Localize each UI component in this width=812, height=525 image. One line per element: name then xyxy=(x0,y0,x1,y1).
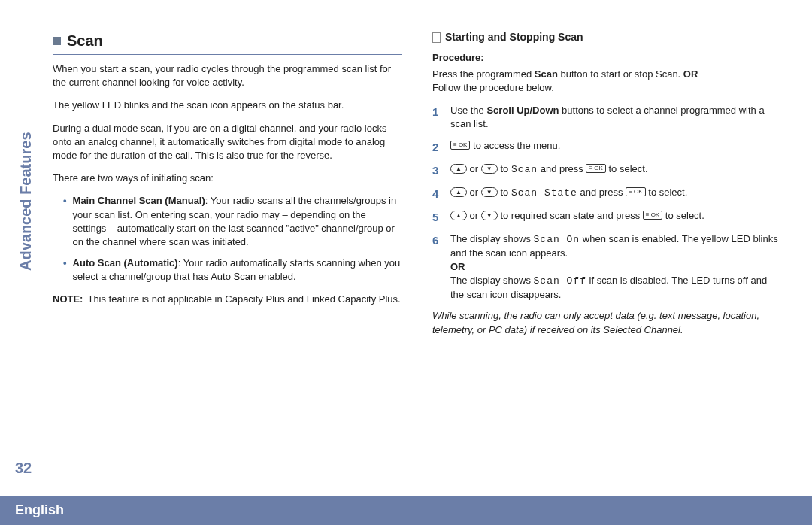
text: to select. xyxy=(606,163,648,174)
paragraph: During a dual mode scan, if you are on a… xyxy=(53,122,402,163)
text: to required scan state and press xyxy=(498,210,643,221)
note-row: NOTE: This feature is not applicable in … xyxy=(53,293,402,306)
document-icon xyxy=(432,32,441,43)
square-bullet-icon xyxy=(53,37,61,45)
mono-text: Scan xyxy=(511,164,538,175)
text-bold: OR xyxy=(683,68,698,80)
down-key-icon: ▼ xyxy=(481,187,498,197)
list-item: • Auto Scan (Automatic): Your radio auto… xyxy=(63,256,402,284)
text: Press the programmed xyxy=(432,68,535,80)
ok-key-icon: ≡ OK xyxy=(643,211,662,220)
step-number: 5 xyxy=(432,209,443,225)
list-item-bold: Main Channel Scan (Manual) xyxy=(73,195,205,206)
step-item: 3 ▲ or ▼ to Scan and press ≡ OK to selec… xyxy=(432,162,782,178)
text: to access the menu. xyxy=(470,140,560,151)
step-text: Use the Scroll Up/Down buttons to select… xyxy=(450,104,782,131)
text-bold: Scan xyxy=(535,68,558,80)
mono-text: Scan State xyxy=(511,187,577,199)
step-text: ≡ OK to access the menu. xyxy=(450,139,560,155)
paragraph: The yellow LED blinks and the scan icon … xyxy=(53,99,402,112)
step-text: ▲ or ▼ to Scan State and press ≡ OK to s… xyxy=(450,186,687,202)
footnote-italic: While scanning, the radio can only accep… xyxy=(432,309,782,336)
step-item: 2 ≡ OK to access the menu. xyxy=(432,139,782,155)
subhead-row: Starting and Stopping Scan xyxy=(432,30,782,45)
up-key-icon: ▲ xyxy=(450,187,467,197)
subheading: Starting and Stopping Scan xyxy=(445,30,583,45)
note-label: NOTE: xyxy=(53,293,83,306)
step-item: 1 Use the Scroll Up/Down buttons to sele… xyxy=(432,104,782,131)
up-key-icon: ▲ xyxy=(450,164,467,174)
procedure-intro: Press the programmed Scan button to star… xyxy=(432,68,782,95)
list-item-bold: Auto Scan (Automatic) xyxy=(73,257,178,269)
step-number: 2 xyxy=(432,139,443,155)
bullet-icon: • xyxy=(63,256,67,284)
down-key-icon: ▼ xyxy=(481,164,498,174)
up-key-icon: ▲ xyxy=(450,211,467,220)
right-column: Starting and Stopping Scan Procedure: Pr… xyxy=(432,30,782,346)
step-text: ▲ or ▼ to Scan and press ≡ OK to select. xyxy=(450,162,648,178)
procedure-label: Procedure: xyxy=(432,51,782,65)
ok-key-icon: ≡ OK xyxy=(626,187,645,196)
bullet-icon: • xyxy=(63,194,67,249)
paragraph: When you start a scan, your radio cycles… xyxy=(53,62,402,90)
section-label-vertical: Advanced Features xyxy=(15,132,36,271)
text: to select. xyxy=(646,187,688,198)
text: and press xyxy=(538,163,586,174)
text: button to start or stop Scan. xyxy=(558,68,683,80)
mono-text: Scan Off xyxy=(534,275,586,287)
list-item-text: Main Channel Scan (Manual): Your radio s… xyxy=(73,194,402,249)
text: or xyxy=(467,187,481,198)
text: to xyxy=(498,163,511,174)
step-number: 3 xyxy=(432,162,443,178)
step-number: 1 xyxy=(432,104,443,131)
text-bold: OR xyxy=(450,261,465,272)
mono-text: Scan On xyxy=(534,234,580,245)
text-bold: Scroll Up/Down xyxy=(486,105,559,116)
down-key-icon: ▼ xyxy=(481,211,498,220)
paragraph: There are two ways of initiating scan: xyxy=(53,171,402,185)
step-number: 4 xyxy=(432,186,443,202)
list-item-text: Auto Scan (Automatic): Your radio automa… xyxy=(73,256,402,284)
note-text: This feature is not applicable in Capaci… xyxy=(87,293,400,306)
text: to select. xyxy=(662,210,704,221)
left-column: Scan When you start a scan, your radio c… xyxy=(53,30,402,346)
page-number: 32 xyxy=(15,457,32,478)
text: or xyxy=(467,210,481,221)
bullet-list: • Main Channel Scan (Manual): Your radio… xyxy=(63,194,402,284)
section-title-row: Scan xyxy=(53,30,402,55)
ok-key-icon: ≡ OK xyxy=(450,141,470,150)
step-number: 6 xyxy=(432,232,443,302)
step-item: 6 The display shows Scan On when scan is… xyxy=(432,232,782,302)
text: to xyxy=(498,187,511,198)
text: and press xyxy=(577,187,626,198)
step-list: 1 Use the Scroll Up/Down buttons to sele… xyxy=(432,104,782,302)
language-label: English xyxy=(15,501,64,520)
list-item: • Main Channel Scan (Manual): Your radio… xyxy=(63,194,402,249)
text: Follow the procedure below. xyxy=(432,82,554,93)
language-bar: English xyxy=(0,496,812,525)
text: The display shows xyxy=(450,233,534,244)
section-title: Scan xyxy=(67,30,103,51)
text: or xyxy=(467,163,481,174)
page-columns: Scan When you start a scan, your radio c… xyxy=(53,30,782,346)
text: Use the xyxy=(450,105,486,116)
ok-key-icon: ≡ OK xyxy=(586,164,605,173)
text: The display shows xyxy=(450,275,534,286)
step-item: 4 ▲ or ▼ to Scan State and press ≡ OK to… xyxy=(432,186,782,202)
step-text: ▲ or ▼ to required scan state and press … xyxy=(450,209,704,225)
step-item: 5 ▲ or ▼ to required scan state and pres… xyxy=(432,209,782,225)
step-text: The display shows Scan On when scan is e… xyxy=(450,232,782,302)
